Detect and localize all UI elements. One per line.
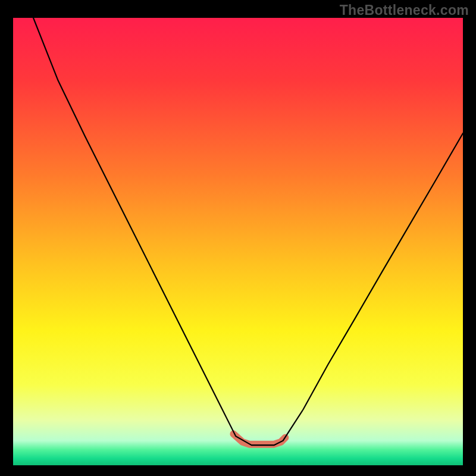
gradient-background	[13, 18, 463, 465]
frame: TheBottleneck.com	[0, 0, 476, 476]
plot-svg	[13, 18, 463, 465]
watermark-text: TheBottleneck.com	[340, 2, 469, 18]
plot-area	[13, 18, 463, 465]
